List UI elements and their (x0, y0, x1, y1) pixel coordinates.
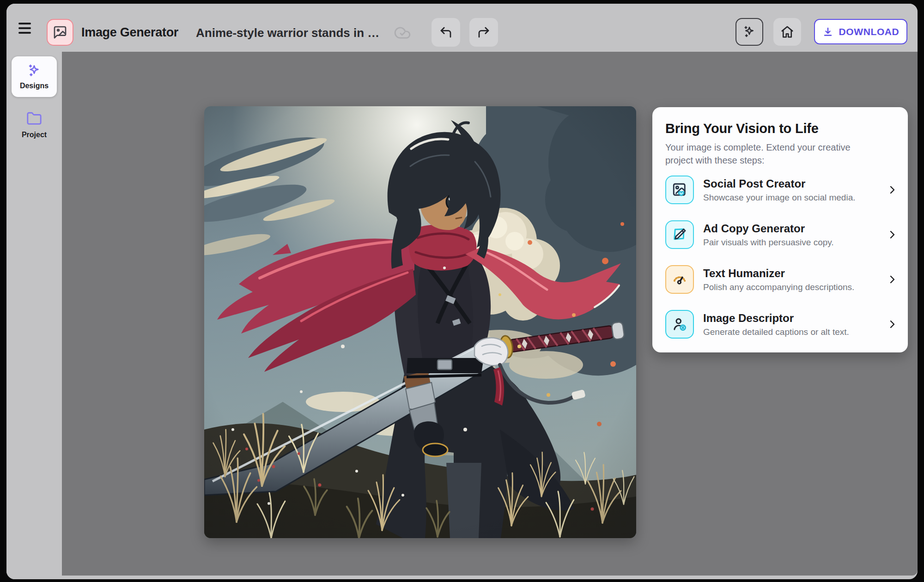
menu-button[interactable] (18, 20, 37, 36)
chevron-right-icon (887, 229, 898, 240)
panel-list: Social Post Creator Showcase your image … (665, 176, 898, 355)
home-button[interactable] (773, 18, 801, 46)
screen: Image Generator Anime-style warrior stan… (0, 0, 924, 582)
topbar: Image Generator Anime-style warrior stan… (6, 4, 918, 52)
message-image-icon (53, 25, 67, 40)
panel-item-title: Text Humanizer (703, 267, 883, 280)
panel-item-description: Generate detailed captions or alt text. (703, 327, 883, 337)
generated-image[interactable] (204, 106, 636, 538)
chevron-right-icon (887, 319, 898, 330)
home-icon (780, 25, 794, 39)
cloud-check-icon (394, 24, 411, 42)
folder-icon (26, 111, 42, 127)
panel-subtitle: Your image is complete. Extend your crea… (665, 141, 878, 167)
panel-item-description: Pair visuals with persuasive copy. (703, 237, 883, 248)
panel-item-text-humanizer[interactable]: Text Humanizer Polish any accompanying d… (665, 265, 898, 294)
redo-button[interactable] (469, 18, 498, 47)
panel-item-description: Polish any accompanying descriptions. (703, 282, 883, 292)
editor-canvas: Bring Your Vision to Life Your image is … (62, 52, 918, 576)
sidebar-item-project[interactable]: Project (6, 111, 62, 139)
anime-warrior-artwork (204, 106, 636, 538)
next-steps-panel: Bring Your Vision to Life Your image is … (652, 107, 908, 352)
panel-item-title: Ad Copy Generator (703, 222, 883, 235)
panel-item-title: Social Post Creator (703, 177, 883, 190)
pencil-square-icon (665, 220, 694, 249)
chevron-right-icon (887, 274, 898, 285)
download-icon (822, 26, 833, 37)
page-title: Image Generator (81, 25, 178, 40)
prompt-title[interactable]: Anime-style warrior stands in a... (196, 26, 381, 40)
panel-title: Bring Your Vision to Life (665, 121, 896, 136)
image-heart-icon (665, 176, 694, 204)
ai-tools-button[interactable] (736, 18, 763, 46)
app-logo[interactable] (47, 19, 73, 46)
panel-item-description: Showcase your image on social media. (703, 193, 883, 203)
panel-item-ad-copy-generator[interactable]: Ad Copy Generator Pair visuals with pers… (665, 220, 898, 249)
gauge-icon (665, 265, 694, 294)
undo-button[interactable] (432, 18, 460, 47)
panel-item-social-post-creator[interactable]: Social Post Creator Showcase your image … (665, 176, 898, 204)
sidebar-item-designs[interactable]: Designs (12, 56, 57, 97)
panel-item-image-descriptor[interactable]: Image Descriptor Generate detailed capti… (665, 310, 898, 339)
sparkles-icon (742, 25, 756, 39)
sparkles-icon (27, 63, 42, 78)
user-badge-icon (665, 310, 694, 339)
redo-icon (477, 25, 491, 39)
panel-item-title: Image Descriptor (703, 312, 883, 325)
download-label: DOWNLOAD (839, 26, 900, 37)
sidebar-item-label: Designs (20, 82, 49, 90)
undo-icon (439, 25, 453, 39)
app-window: Image Generator Anime-style warrior stan… (6, 4, 918, 579)
download-button[interactable]: DOWNLOAD (814, 19, 907, 44)
sidebar: Designs Project (6, 52, 62, 579)
sidebar-item-label: Project (6, 131, 62, 139)
menu-icon (18, 23, 31, 24)
chevron-right-icon (887, 184, 898, 195)
